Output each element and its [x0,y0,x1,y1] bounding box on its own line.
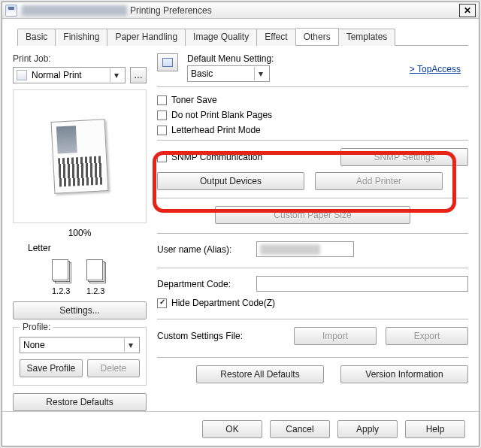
department-code-label: Department Code: [157,279,252,289]
collate-icon-b: 1.2.3 [86,259,107,285]
default-menu-value: Basic [191,68,254,79]
apply-button[interactable]: Apply [337,420,398,438]
settings-button[interactable]: Settings... [13,301,147,319]
add-printer-button[interactable]: Add Printer [315,172,443,190]
tab-image-quality[interactable]: Image Quality [185,29,257,46]
print-job-value: Normal Print [32,70,110,80]
import-button[interactable]: Import [294,327,377,345]
custom-paper-size-button[interactable]: Custom Paper Size [215,206,410,224]
collate-icon-a: 1.2.3 [52,259,73,285]
print-job-more-button[interactable]: … [130,67,147,83]
collation-icons: 1.2.3 1.2.3 [13,259,147,285]
profile-value: None [23,340,124,350]
department-code-input[interactable] [256,276,468,292]
save-profile-button[interactable]: Save Profile [20,359,83,377]
snmp-settings-button[interactable]: SNMP Settings [340,148,468,166]
hide-dept-checkbox[interactable] [157,298,167,308]
titlebar: Printing Preferences ✕ [2,2,479,19]
print-job-dropdown[interactable]: Normal Print ▾ [13,67,126,83]
default-menu-dropdown[interactable]: Basic ▾ [187,65,270,82]
version-info-button[interactable]: Version Information [340,365,468,383]
print-job-icon [17,70,27,80]
user-name-blur [260,244,320,255]
chevron-down-icon: ▾ [254,67,266,80]
printer-name-blur [22,5,127,16]
toner-save-label: Toner Save [171,95,217,105]
tab-templates[interactable]: Templates [338,29,396,46]
profile-group: Profile: None ▾ Save Profile Delete [13,327,147,386]
user-name-input[interactable] [256,241,354,257]
tab-basic[interactable]: Basic [17,29,56,46]
blank-pages-label: Do not Print Blank Pages [171,110,272,120]
print-job-label: Print Job: [13,53,147,64]
zoom-level: 100% [13,228,147,238]
restore-all-defaults-button[interactable]: Restore All Defaults [196,365,324,383]
restore-defaults-button[interactable]: Restore Defaults [13,393,147,411]
tab-others[interactable]: Others [295,28,339,45]
chevron-down-icon: ▾ [124,338,136,352]
tab-effect[interactable]: Effect [256,29,295,46]
cancel-button[interactable]: Cancel [270,420,330,438]
topaccess-link[interactable]: > TopAccess [410,64,461,74]
chevron-down-icon: ▾ [110,68,122,82]
output-devices-button[interactable]: Output Devices [157,172,304,190]
delete-profile-button[interactable]: Delete [87,359,140,377]
menu-setting-icon [157,53,178,71]
tab-strip: Basic Finishing Paper Handling Image Qua… [17,28,468,46]
dialog-buttons: OK Cancel Apply Help [2,411,479,446]
tab-paper-handling[interactable]: Paper Handling [107,29,186,46]
user-name-label: User name (Alias): [157,244,252,255]
window-title: Printing Preferences [130,5,212,16]
letterhead-label: Letterhead Print Mode [171,125,261,135]
help-button[interactable]: Help [405,420,465,438]
profile-dropdown[interactable]: None ▾ [20,337,140,353]
profile-label: Profile: [20,322,53,332]
export-button[interactable]: Export [386,327,468,345]
ok-button[interactable]: OK [202,420,262,438]
letterhead-checkbox[interactable] [157,126,167,135]
blank-pages-checkbox[interactable] [157,110,167,120]
default-menu-label: Default Menu Setting: [187,53,292,64]
hide-dept-label: Hide Department Code(Z) [171,298,275,308]
preview-page-icon [51,119,109,194]
toner-save-checkbox[interactable] [157,95,167,105]
print-preview [13,89,147,223]
tab-finishing[interactable]: Finishing [55,29,107,46]
paper-size: Letter [28,243,147,253]
close-button[interactable]: ✕ [459,4,476,17]
printer-icon [5,5,17,17]
snmp-label: SNMP Communication [171,152,322,162]
snmp-checkbox[interactable] [157,153,167,162]
custom-settings-label: Custom Settings File: [157,331,255,341]
